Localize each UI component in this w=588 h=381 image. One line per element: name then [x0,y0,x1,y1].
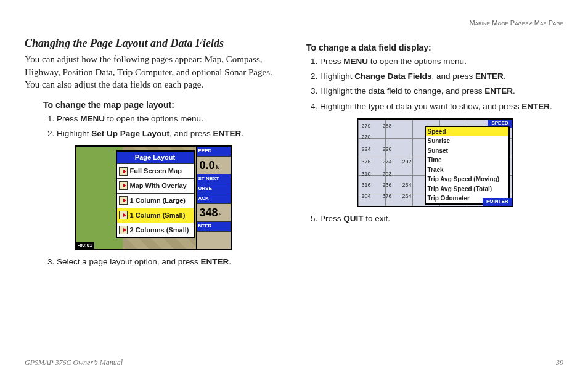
menu-item: 1 Column (Large) [117,193,194,208]
list-item: Highlight Set Up Page Layout, and press … [57,128,282,139]
menu-item: Sunrise [426,136,508,146]
right-h3: To change a data field display: [306,42,563,54]
menu-title: Page Layout [117,152,194,163]
figure-left: PEED 0.0k ST NEXT URSE ACK 348° NTER Pag… [25,145,282,250]
menu-item: Trip Avg Speed (Total) [426,184,508,194]
menu-item: Trip Avg Speed (Moving) [426,174,508,184]
menu-item: 2 Columns (Small) [117,223,194,237]
page-number: 39 [556,358,563,367]
breadcrumb-page: Map Page [533,19,563,27]
gps-screenshot-layout: PEED 0.0k ST NEXT URSE ACK 348° NTER Pag… [75,145,232,250]
field-header: URSE [197,184,231,194]
left-steps-cont: Select a page layout option, and press E… [43,256,282,268]
left-h3: To change the map page layout: [43,99,282,111]
left-steps: Press MENU to open the options menu. Hig… [43,113,282,139]
menu-item: Track [426,165,508,175]
list-item: Highlight the type of data you want to s… [320,101,563,112]
intro-text: You can adjust how the following pages a… [25,53,282,91]
page: Marine Mode Pages> Map Page Changing the… [0,0,588,381]
menu-item: Time [426,155,508,165]
menu-item-selected: 1 Column (Small) [117,208,194,223]
left-column: Changing the Page Layout and Data Fields… [25,18,282,369]
list-item: Press MENU to open the options menu. [57,113,282,125]
field-header: ST NEXT [197,174,231,184]
waypoint-icon [119,196,128,205]
breadcrumb: Marine Mode Pages> Map Page [470,18,563,28]
footer: GPSMAP 376C Owner’s Manual 39 [25,358,563,367]
field-header: ACK [197,194,231,204]
field-header: NTER [197,222,231,232]
status-bar: -00:01 [76,242,94,250]
data-field-menu: Speed Sunrise Sunset Time Track Trip Avg… [425,126,510,205]
menu-item: Map With Overlay [117,178,194,193]
gps-screenshot-datafield: SPEED 279 288 270 224 226 376 274 292 31… [357,118,513,207]
footer-title: GPSMAP 376C Owner’s Manual [25,358,123,367]
waypoint-icon [119,211,128,219]
data-column: PEED 0.0k ST NEXT URSE ACK 348° NTER [196,147,231,249]
breadcrumb-section: Marine Mode Pages [470,19,529,27]
waypoint-icon [119,167,128,176]
right-steps-cont: Press QUIT to exit. [306,213,563,224]
menu-item-selected: Speed [426,127,508,137]
right-column: To change a data field display: Press ME… [306,18,563,369]
list-item: Highlight the data field to change, and … [320,86,563,97]
page-layout-menu: Page Layout Full Screen Map Map With Ove… [116,150,195,238]
list-item: Select a page layout option, and press E… [57,256,282,268]
menu-item: Sunset [426,146,508,156]
list-item: Highlight Change Data Fields, and press … [320,71,563,82]
field-value: 0.0k [197,157,231,174]
waypoint-icon [119,181,128,190]
field-value: 348° [197,204,231,222]
list-item: Press QUIT to exit. [320,213,563,224]
right-steps: Press MENU to open the options menu. Hig… [306,56,563,112]
waypoint-icon [119,226,128,234]
list-item: Press MENU to open the options menu. [320,56,563,67]
figure-right: SPEED 279 288 270 224 226 376 274 292 31… [306,118,563,207]
section-title: Changing the Page Layout and Data Fields [25,36,282,51]
field-header: PEED [197,147,231,157]
pointer-label: POINTER [483,198,512,206]
menu-item: Full Screen Map [117,163,194,178]
